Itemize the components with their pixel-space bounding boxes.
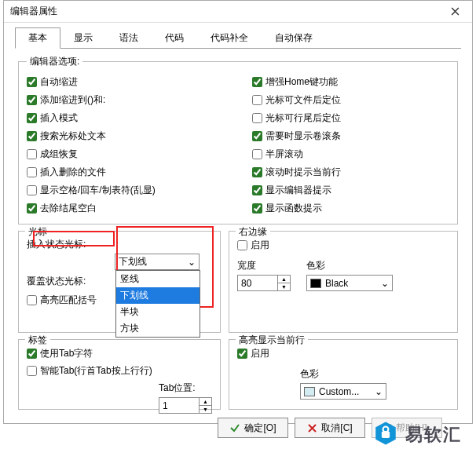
opt-left-input-3[interactable] [27, 131, 37, 141]
highlight-line-group: 高亮显示当前行 启用 色彩 Custom... ⌄ [229, 339, 458, 410]
opt-right-checkbox-0[interactable]: 增强Home键功能 [252, 75, 449, 89]
tab-pos-spinner[interactable]: ▲▼ [159, 397, 212, 414]
opt-right-label-7: 显示函数提示 [265, 202, 322, 215]
smart-tab-checkbox[interactable]: 智能Tab(行首Tab按上行行) [27, 363, 212, 378]
spin-down-icon[interactable]: ▼ [200, 406, 211, 413]
highlight-color-combo[interactable]: Custom... ⌄ [300, 383, 386, 400]
opt-right-label-2: 光标可行尾后定位 [265, 111, 341, 125]
spin-up-icon[interactable]: ▲ [200, 398, 211, 406]
color-swatch [304, 387, 315, 396]
opt-right-input-5[interactable] [252, 167, 262, 177]
opt-right-checkbox-4[interactable]: 半屏滚动 [252, 147, 449, 162]
options-right-column: 增强Home键功能光标可文件后定位光标可行尾后定位需要时显示卷滚条半屏滚动滚动时… [252, 75, 449, 216]
opt-left-input-4[interactable] [27, 149, 37, 159]
tab-2[interactable]: 语法 [106, 27, 152, 49]
right-margin-enable-input[interactable] [237, 240, 247, 250]
opt-right-label-3: 需要时显示卷滚条 [265, 130, 341, 143]
opt-right-label-0: 增强Home键功能 [265, 75, 338, 89]
opt-right-checkbox-3[interactable]: 需要时显示卷滚条 [252, 129, 449, 144]
highlight-legend: 高亮显示当前行 [236, 334, 308, 347]
opt-left-checkbox-5[interactable]: 插入删除的文件 [27, 165, 224, 180]
width-input[interactable] [238, 276, 277, 290]
opt-right-input-2[interactable] [252, 113, 262, 123]
highlight-match-input[interactable] [27, 295, 37, 305]
spin-up-icon[interactable]: ▲ [278, 276, 290, 283]
tab-0[interactable]: 基本 [15, 27, 60, 49]
opt-left-label-5: 插入删除的文件 [40, 166, 106, 179]
brand-text: 易软汇 [405, 423, 462, 447]
dropdown-option[interactable]: 方块 [116, 320, 200, 337]
tab-3[interactable]: 代码 [152, 27, 197, 49]
spin-down-icon[interactable]: ▼ [278, 283, 290, 290]
opt-left-input-5[interactable] [27, 167, 37, 177]
opt-left-label-6: 显示空格/回车/制表符(乱显) [40, 184, 156, 197]
chevron-down-icon: ⌄ [375, 386, 383, 397]
highlight-color-label: 色彩 [300, 367, 386, 381]
opt-left-label-4: 成组恢复 [40, 148, 78, 161]
opt-right-checkbox-1[interactable]: 光标可文件后定位 [252, 93, 449, 108]
opt-left-label-1: 添加缩进到()和: [40, 93, 105, 107]
opt-right-input-6[interactable] [252, 185, 262, 195]
opt-right-label-4: 半屏滚动 [265, 148, 303, 161]
close-button[interactable] [439, 2, 471, 22]
use-tab-label: 使用Tab字符 [40, 347, 93, 360]
dropdown-option[interactable]: 竖线 [116, 271, 200, 287]
color-swatch [310, 279, 321, 288]
opt-right-checkbox-7[interactable]: 显示函数提示 [252, 201, 449, 216]
opt-left-label-3: 搜索光标处文本 [40, 130, 106, 143]
dropdown-option[interactable]: 下划线 [116, 287, 200, 304]
titlebar: 编辑器属性 [4, 1, 472, 23]
opt-left-input-1[interactable] [27, 95, 37, 105]
opt-right-checkbox-6[interactable]: 显示编辑器提示 [252, 183, 449, 198]
tab-1[interactable]: 显示 [60, 27, 106, 49]
tab-pos-label: Tab位置: [159, 382, 212, 395]
dropdown-option[interactable]: 半块 [116, 304, 200, 320]
margin-color-label: 色彩 [306, 259, 393, 272]
tab-5[interactable]: 自动保存 [262, 27, 326, 49]
highlight-enable-checkbox[interactable]: 启用 [237, 346, 449, 361]
opt-left-checkbox-6[interactable]: 显示空格/回车/制表符(乱显) [27, 183, 224, 198]
check-icon [229, 422, 240, 433]
opt-right-input-0[interactable] [252, 77, 262, 87]
use-tab-input[interactable] [27, 349, 37, 359]
opt-left-input-6[interactable] [27, 185, 37, 195]
opt-left-checkbox-7[interactable]: 去除结尾空白 [27, 201, 224, 216]
opt-left-input-2[interactable] [27, 113, 37, 123]
opt-left-checkbox-0[interactable]: 自动缩进 [27, 75, 224, 89]
opt-right-input-7[interactable] [252, 203, 262, 214]
highlight-enable-input[interactable] [237, 349, 247, 359]
margin-color-combo[interactable]: Black ⌄ [306, 275, 393, 291]
opt-left-input-7[interactable] [27, 203, 37, 214]
tab-pos-input[interactable] [159, 398, 199, 413]
cancel-label: 取消[C] [321, 422, 352, 435]
editor-options-group: 编辑器选项: 自动缩进添加缩进到()和:插入模式搜索光标处文本成组恢复插入删除的… [18, 55, 458, 225]
opt-left-label-7: 去除结尾空白 [40, 202, 97, 215]
opt-right-checkbox-5[interactable]: 滚动时提示当前行 [252, 165, 449, 180]
dialog-window: 编辑器属性 基本显示语法代码代码补全自动保存 编辑器选项: 自动缩进添加缩进到(… [3, 0, 473, 424]
opt-left-checkbox-2[interactable]: 插入模式 [27, 111, 224, 126]
margin-color-value: Black [325, 278, 348, 289]
cancel-button[interactable]: 取消[C] [295, 418, 365, 438]
opt-left-label-0: 自动缩进 [40, 75, 78, 89]
smart-tab-input[interactable] [27, 366, 37, 376]
opt-right-input-1[interactable] [252, 95, 262, 105]
opt-right-input-3[interactable] [252, 131, 262, 141]
opt-right-label-5: 滚动时提示当前行 [265, 166, 341, 179]
ok-button[interactable]: 确定[O] [218, 418, 288, 438]
opt-right-checkbox-2[interactable]: 光标可行尾后定位 [252, 111, 449, 126]
use-tab-checkbox[interactable]: 使用Tab字符 [27, 346, 212, 361]
annotation-box [33, 231, 115, 246]
right-margin-group: 右边缘 启用 宽度 ▲▼ 色彩 [229, 231, 458, 333]
opt-right-input-4[interactable] [252, 149, 262, 159]
opt-right-label-1: 光标可文件后定位 [265, 93, 341, 107]
tags-group: 标签 使用Tab字符 智能Tab(行首Tab按上行行) Tab位置: [18, 339, 221, 410]
opt-left-checkbox-4[interactable]: 成组恢复 [27, 147, 224, 162]
tab-4[interactable]: 代码补全 [197, 27, 262, 49]
right-margin-enable-checkbox[interactable]: 启用 [237, 238, 449, 253]
width-spinner[interactable]: ▲▼ [237, 275, 291, 291]
opt-left-checkbox-3[interactable]: 搜索光标处文本 [27, 129, 224, 144]
opt-left-checkbox-1[interactable]: 添加缩进到()和: [27, 93, 224, 108]
right-margin-enable-label: 启用 [251, 239, 269, 252]
highlight-match-label: 高亮匹配括号 [40, 294, 97, 307]
opt-left-input-0[interactable] [27, 77, 37, 87]
